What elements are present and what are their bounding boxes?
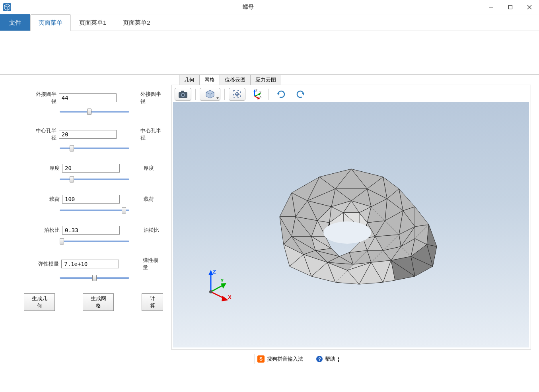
rotate-ccw-button[interactable] [273, 88, 290, 101]
ime-menu-icon[interactable]: ¦ [338, 356, 339, 362]
tab-page-menu[interactable]: 页面菜单 [30, 14, 71, 31]
svg-marker-101 [427, 225, 437, 246]
view-tab-displacement[interactable]: 位移云图 [220, 75, 251, 85]
param-row: 泊松比泊松比 [8, 226, 163, 235]
svg-text:Z: Z [255, 89, 257, 92]
rotate-cw-button[interactable] [292, 88, 309, 101]
slider-thumb[interactable] [70, 145, 74, 151]
param-label-right: 载荷 [144, 196, 154, 203]
close-button[interactable] [520, 0, 539, 14]
param-input[interactable] [61, 260, 119, 268]
param-slider-row [8, 207, 163, 214]
chevron-down-icon [216, 97, 219, 99]
rotate-ccw-icon [276, 89, 287, 99]
window-title: 螺母 [14, 4, 482, 11]
toolbar-separator [269, 89, 269, 100]
help-icon: ? [316, 356, 323, 362]
svg-point-100 [323, 221, 371, 244]
param-label-right: 外接圆半径 [140, 91, 163, 105]
svg-rect-2 [509, 5, 512, 9]
param-row: 弹性模量弹性模量 [8, 257, 163, 271]
svg-text:X: X [259, 95, 262, 99]
tab-page-menu-1[interactable]: 页面菜单1 [71, 14, 115, 31]
menubar: 文件 页面菜单 页面菜单1 页面菜单2 [0, 14, 539, 31]
3d-viewport[interactable]: Z Y X [173, 102, 529, 347]
param-label: 弹性模量 [32, 260, 59, 268]
generate-mesh-button[interactable]: 生成网格 [83, 293, 114, 311]
param-slider-row [8, 238, 163, 245]
param-input[interactable] [62, 226, 120, 235]
cube-icon [205, 89, 215, 99]
action-button-row: 生成几何 生成网格 计算 [8, 293, 163, 311]
main-content: 外接圆半径外接圆半径中心孔半径中心孔半径厚度厚度载荷载荷泊松比泊松比弹性模量弹性… [0, 75, 539, 392]
param-input[interactable] [62, 164, 120, 173]
minimize-button[interactable] [482, 0, 501, 14]
maximize-button[interactable] [501, 0, 520, 14]
app-icon [0, 0, 14, 14]
svg-rect-6 [181, 91, 184, 93]
slider-track [60, 210, 129, 211]
toolbar-separator [195, 89, 196, 100]
param-label-right: 厚度 [144, 165, 154, 172]
rotate-cw-icon [295, 89, 306, 99]
param-label: 厚度 [32, 165, 60, 172]
param-slider-row [8, 108, 163, 115]
param-input[interactable] [62, 195, 120, 204]
screenshot-button[interactable] [175, 88, 191, 101]
svg-text:X: X [228, 294, 232, 300]
param-slider[interactable] [60, 176, 129, 183]
param-input[interactable] [59, 130, 117, 139]
param-label: 载荷 [32, 196, 60, 203]
mesh-render [248, 149, 455, 300]
param-row: 外接圆半径外接圆半径 [8, 91, 163, 105]
view-cube-button[interactable] [200, 88, 220, 101]
svg-marker-125 [222, 296, 228, 301]
param-slider[interactable] [60, 108, 129, 115]
ribbon-area [0, 31, 539, 75]
fit-view-button[interactable] [229, 88, 245, 101]
sogou-icon: S [257, 355, 265, 363]
param-label-right: 中心孔半径 [140, 127, 163, 142]
file-menu[interactable]: 文件 [0, 14, 30, 31]
ime-name: 搜狗拼音输入法 [267, 355, 303, 363]
param-label: 泊松比 [32, 227, 60, 234]
svg-text:Z: Z [213, 269, 216, 275]
param-row: 中心孔半径中心孔半径 [8, 127, 163, 142]
svg-point-8 [182, 94, 184, 96]
slider-thumb[interactable] [122, 207, 126, 213]
slider-thumb[interactable] [92, 275, 97, 281]
generate-geometry-button[interactable]: 生成几何 [24, 293, 55, 311]
param-slider[interactable] [60, 207, 129, 214]
svg-marker-19 [277, 93, 280, 95]
svg-point-127 [209, 290, 212, 293]
view-tabs: 几何 网格 位移云图 应力云图 [179, 75, 531, 85]
param-slider-row [8, 145, 163, 152]
ime-toolbar[interactable]: S 搜狗拼音输入法 ? 帮助 ¦ [255, 354, 342, 364]
param-slider-row [8, 274, 163, 281]
slider-thumb[interactable] [87, 109, 91, 115]
param-label: 中心孔半径 [32, 127, 56, 142]
axes-toggle-button[interactable]: Z Y X [248, 88, 265, 101]
param-slider[interactable] [60, 238, 129, 245]
fit-icon [232, 89, 242, 99]
view-tab-stress[interactable]: 应力云图 [250, 75, 281, 85]
slider-thumb[interactable] [70, 176, 74, 182]
param-input[interactable] [59, 93, 117, 102]
compute-button[interactable]: 计算 [142, 293, 163, 311]
param-row: 载荷载荷 [8, 195, 163, 204]
param-slider[interactable] [60, 145, 129, 152]
parameter-panel: 外接圆半径外接圆半径中心孔半径中心孔半径厚度厚度载荷载荷泊松比泊松比弹性模量弹性… [0, 75, 171, 392]
param-label-right: 泊松比 [144, 227, 159, 234]
param-slider-row [8, 176, 163, 183]
param-slider[interactable] [60, 274, 129, 281]
tab-page-menu-2[interactable]: 页面菜单2 [115, 14, 158, 31]
view-tab-geometry[interactable]: 几何 [179, 75, 200, 85]
coordinate-axes: Z Y X [201, 268, 237, 304]
ime-help-label[interactable]: 帮助 [325, 355, 335, 363]
slider-track [60, 241, 129, 242]
window-titlebar: 螺母 [0, 0, 539, 14]
camera-icon [178, 90, 188, 99]
view-tab-mesh[interactable]: 网格 [199, 75, 220, 85]
param-label: 外接圆半径 [32, 91, 56, 105]
slider-thumb[interactable] [60, 238, 64, 245]
